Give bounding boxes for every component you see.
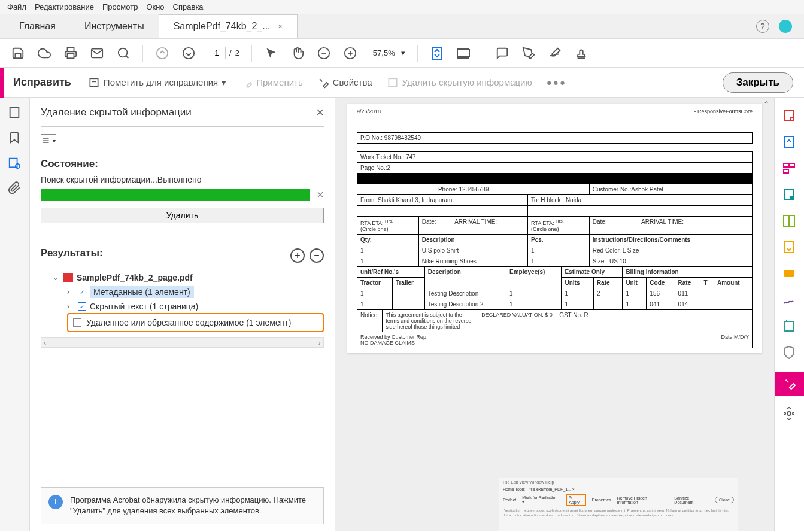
delete-button[interactable]: Удалить: [41, 208, 324, 223]
panel-scrollbar[interactable]: ‹›: [41, 337, 324, 348]
info-icon: i: [48, 495, 63, 509]
po-number: P.O No.: 98798432549: [357, 133, 753, 144]
comment-icon[interactable]: [495, 46, 509, 60]
tree-file-name: SamplePdf_74kb_2_page.pdf: [77, 273, 193, 282]
svg-rect-35: [790, 215, 794, 226]
svg-rect-28: [785, 136, 793, 147]
settings-icon[interactable]: [782, 406, 797, 422]
from-addr: From: Shakti Khand 3, Indrapuram: [357, 195, 528, 206]
tree-file-row[interactable]: ⌄ SamplePdf_74kb_2_page.pdf: [41, 271, 324, 284]
hand-icon[interactable]: [290, 46, 305, 60]
tabbar: Главная Инструменты SamplePdf_74kb_2_...…: [0, 14, 804, 39]
document-viewport[interactable]: ⌃ 9/26/2018 - ResponsiveFormsCore P.O No…: [335, 98, 774, 531]
redaction-panel-icon[interactable]: [8, 156, 22, 171]
remove-hidden-button: Удалить скрытую информацию: [380, 77, 539, 89]
close-button[interactable]: Закрыть: [723, 72, 793, 93]
zoom-selector[interactable]: 57,5% ▾: [369, 47, 405, 59]
share-icon[interactable]: [782, 240, 797, 256]
tree-hiddentext-row[interactable]: › ✓ Скрытый текст (1 страница): [41, 300, 324, 313]
scroll-up-icon[interactable]: ⌃: [763, 100, 772, 108]
attachment-icon[interactable]: [8, 181, 22, 196]
info-text: Программа Acrobat обнаружила скрытую инф…: [70, 495, 316, 516]
collapse-all-icon[interactable]: −: [310, 248, 324, 263]
right-rail: [774, 98, 804, 531]
combine-icon[interactable]: [782, 214, 797, 229]
progress-bar: [41, 189, 310, 201]
preview-overlay: File Edit View Window Help Home Tools fi…: [499, 478, 738, 531]
organize-icon[interactable]: [782, 161, 797, 177]
svg-rect-18: [10, 108, 19, 118]
svg-point-33: [790, 196, 794, 200]
menu-edit[interactable]: Редактирование: [35, 2, 94, 11]
checkbox-checked-icon[interactable]: ✓: [78, 288, 86, 296]
main-toolbar: / 2 57,5% ▾: [0, 39, 804, 68]
redacted-cell: [435, 174, 589, 184]
note-icon[interactable]: [782, 266, 797, 282]
pdf-file-icon: [63, 273, 73, 282]
redact-tool-icon[interactable]: [775, 372, 805, 396]
redacted-cell: [589, 174, 752, 184]
panel-title: Удаление скрытой информации: [41, 107, 192, 118]
highlight-icon[interactable]: [521, 46, 536, 60]
options-dropdown-icon[interactable]: ▾: [41, 134, 56, 147]
chevron-right-icon[interactable]: ›: [67, 288, 74, 296]
sign-tool-icon[interactable]: [782, 293, 797, 308]
checkbox-unchecked-icon[interactable]: [73, 318, 81, 327]
chevron-right-icon[interactable]: ›: [67, 302, 74, 311]
chevron-down-icon: ▾: [222, 77, 226, 88]
properties-button[interactable]: Свойства: [310, 77, 380, 89]
create-pdf-icon[interactable]: [782, 108, 797, 124]
fit-icon[interactable]: [430, 46, 444, 60]
tab-tools[interactable]: Инструменты: [70, 15, 159, 38]
protect-icon[interactable]: [782, 345, 797, 361]
tree-metadata-row[interactable]: › ✓ Метаданные (1 элемент): [41, 284, 324, 300]
zoom-out-icon[interactable]: [317, 46, 331, 60]
sign-icon[interactable]: [548, 46, 562, 60]
search-icon[interactable]: [116, 46, 131, 60]
zoom-in-icon[interactable]: [343, 46, 357, 60]
tab-close-icon[interactable]: ×: [278, 22, 283, 31]
more-icon[interactable]: ●●●: [539, 77, 574, 87]
page-down-icon[interactable]: [181, 46, 196, 60]
redact-toolbar: Исправить Пометить для исправления ▾ При…: [0, 68, 804, 98]
page-current-input[interactable]: [208, 47, 226, 59]
info-message: i Программа Acrobat обнаружила скрытую и…: [41, 487, 324, 524]
cancel-search-icon[interactable]: ×: [317, 188, 324, 202]
svg-point-4: [157, 47, 168, 58]
pointer-icon[interactable]: [264, 46, 278, 60]
clipped-label: Удаленное или обрезанное содержимое (1 э…: [86, 318, 292, 327]
print-icon[interactable]: [63, 46, 78, 60]
page-up-icon[interactable]: [155, 46, 169, 60]
bookmark-icon[interactable]: [8, 131, 22, 145]
menu-help[interactable]: Справка: [173, 2, 204, 11]
page-navigator: / 2: [208, 47, 239, 59]
width-icon[interactable]: [456, 46, 471, 60]
user-avatar[interactable]: [779, 20, 792, 33]
cloud-icon[interactable]: [37, 46, 51, 60]
mark-redaction-button[interactable]: Пометить для исправления ▾: [81, 77, 233, 89]
pdf-page: 9/26/2018 - ResponsiveFormsCore P.O No.:…: [347, 104, 762, 353]
optimize-icon[interactable]: [782, 319, 797, 335]
menu-window[interactable]: Окно: [146, 2, 164, 11]
menu-file[interactable]: Файл: [7, 2, 26, 11]
left-rail: [0, 98, 30, 531]
expand-all-icon[interactable]: +: [290, 248, 305, 263]
svg-rect-12: [457, 50, 469, 57]
menu-view[interactable]: Просмотр: [102, 2, 138, 11]
save-icon[interactable]: [11, 46, 25, 60]
tab-document[interactable]: SamplePdf_74kb_2_... ×: [159, 14, 298, 38]
customer: Customer No.:Ashok Patel: [589, 184, 752, 195]
mail-icon[interactable]: [90, 46, 104, 60]
edit-pdf-icon[interactable]: [782, 187, 797, 203]
svg-rect-17: [389, 78, 396, 86]
checkbox-checked-icon[interactable]: ✓: [78, 302, 86, 311]
chevron-down-icon[interactable]: ⌄: [53, 273, 60, 282]
tab-home[interactable]: Главная: [5, 15, 70, 38]
apply-button: Применить: [233, 77, 310, 89]
tree-clipped-row[interactable]: Удаленное или обрезанное содержимое (1 э…: [67, 313, 324, 332]
export-pdf-icon[interactable]: [782, 135, 797, 150]
thumbnails-icon[interactable]: [8, 106, 22, 120]
panel-close-icon[interactable]: ×: [316, 105, 324, 120]
help-icon[interactable]: ?: [756, 20, 769, 33]
stamp-icon[interactable]: [574, 46, 588, 60]
